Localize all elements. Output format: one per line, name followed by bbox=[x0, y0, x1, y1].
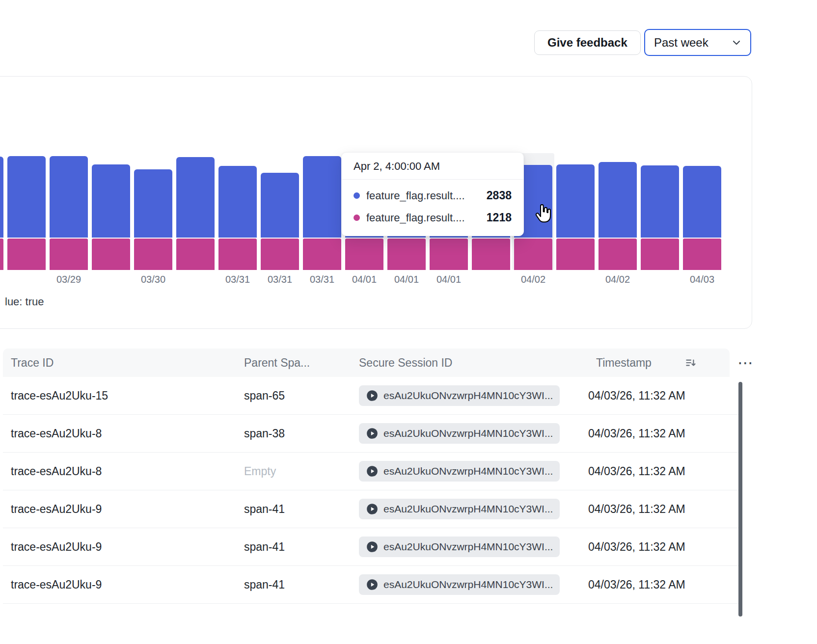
give-feedback-button[interactable]: Give feedback bbox=[534, 30, 641, 55]
bar-segment-blue[interactable] bbox=[0, 157, 3, 238]
bar-segment-pink[interactable] bbox=[261, 239, 299, 270]
bar-segment-pink[interactable] bbox=[514, 239, 552, 270]
bar-segment-pink[interactable] bbox=[387, 239, 426, 270]
column-header-session-id[interactable]: Secure Session ID bbox=[359, 356, 588, 370]
parent-span-value: span-41 bbox=[244, 540, 285, 553]
bar-segment-blue[interactable] bbox=[599, 162, 637, 238]
table-row[interactable]: trace-esAu2Uku-9span-41esAu2UkuONvzwrpH4… bbox=[3, 528, 741, 566]
column-header-parent-span[interactable]: Parent Spa... bbox=[244, 356, 359, 370]
x-axis-label: 03/30 bbox=[132, 274, 174, 285]
table-body: trace-esAu2Uku-15span-65esAu2UkuONvzwrpH… bbox=[3, 377, 751, 604]
parent-span-cell: span-41 bbox=[244, 503, 359, 516]
session-cell: esAu2UkuONvzwrpH4MN10cY3WI... bbox=[359, 423, 588, 444]
parent-span-cell: span-38 bbox=[244, 427, 359, 440]
series-label: feature_flag.result.... bbox=[366, 189, 465, 202]
bar-segment-blue[interactable] bbox=[303, 156, 341, 238]
bar-segment-pink[interactable] bbox=[683, 239, 721, 270]
bar-segment-blue[interactable] bbox=[218, 166, 257, 238]
series-color-dot bbox=[354, 192, 360, 199]
parent-span-cell: span-65 bbox=[244, 389, 359, 402]
bar-segment-pink[interactable] bbox=[92, 239, 130, 270]
series-value: 1218 bbox=[487, 211, 512, 224]
x-axis-label: 04/01 bbox=[385, 274, 428, 285]
timestamp-cell: 04/03/26, 11:32 AM bbox=[588, 389, 741, 402]
parent-span-cell: span-41 bbox=[244, 578, 359, 591]
bar-segment-blue[interactable] bbox=[641, 165, 679, 238]
tooltip-series-row: feature_flag.result....2838 bbox=[352, 185, 514, 207]
bar-segment-pink[interactable] bbox=[0, 239, 3, 270]
play-icon bbox=[366, 465, 379, 478]
tooltip-title: Apr 2, 4:00:00 AM bbox=[342, 153, 523, 180]
time-range-select[interactable]: Past week bbox=[644, 29, 751, 56]
bar-segment-pink[interactable] bbox=[556, 239, 595, 270]
session-pill[interactable]: esAu2UkuONvzwrpH4MN10cY3WI... bbox=[359, 423, 560, 444]
x-axis-label: 04/02 bbox=[597, 274, 639, 285]
session-pill[interactable]: esAu2UkuONvzwrpH4MN10cY3WI... bbox=[359, 537, 560, 557]
parent-span-value: span-41 bbox=[244, 503, 285, 515]
bar-segment-pink[interactable] bbox=[430, 239, 468, 270]
play-icon bbox=[366, 578, 379, 591]
bar-segment-pink[interactable] bbox=[641, 239, 679, 270]
parent-span-value: span-41 bbox=[244, 578, 285, 591]
chart-tooltip-rows: feature_flag.result....2838feature_flag.… bbox=[342, 180, 523, 236]
more-options-button[interactable]: ⋯ bbox=[735, 354, 756, 373]
parent-span-cell: span-41 bbox=[244, 540, 359, 554]
bar-segment-blue[interactable] bbox=[7, 156, 46, 238]
tooltip-series-row: feature_flag.result....1218 bbox=[352, 207, 514, 229]
x-axis-label: 03/31 bbox=[259, 274, 301, 285]
x-axis-label: 04/02 bbox=[512, 274, 554, 285]
table-row[interactable]: trace-esAu2Uku-15span-65esAu2UkuONvzwrpH… bbox=[3, 377, 741, 415]
bar-segment-blue[interactable] bbox=[683, 166, 721, 238]
bar-segment-blue[interactable] bbox=[134, 169, 172, 238]
bar-segment-blue[interactable] bbox=[92, 164, 130, 238]
bar-segment-pink[interactable] bbox=[345, 239, 383, 270]
bar-segment-pink[interactable] bbox=[134, 239, 172, 270]
play-icon bbox=[366, 389, 379, 402]
bar-segment-pink[interactable] bbox=[218, 239, 257, 270]
table-row[interactable]: trace-esAu2Uku-8span-38esAu2UkuONvzwrpH4… bbox=[3, 415, 741, 453]
bar-segment-blue[interactable] bbox=[556, 164, 595, 238]
bar-segment-pink[interactable] bbox=[599, 239, 637, 270]
session-pill[interactable]: esAu2UkuONvzwrpH4MN10cY3WI... bbox=[359, 574, 560, 595]
session-id-text: esAu2UkuONvzwrpH4MN10cY3WI... bbox=[383, 465, 553, 477]
bar-segment-pink[interactable] bbox=[472, 239, 510, 270]
trace-id-cell: trace-esAu2Uku-9 bbox=[11, 503, 244, 516]
parent-span-value: span-65 bbox=[244, 389, 285, 402]
session-pill[interactable]: esAu2UkuONvzwrpH4MN10cY3WI... bbox=[359, 385, 560, 406]
trace-id-cell: trace-esAu2Uku-9 bbox=[11, 578, 244, 591]
bar-segment-pink[interactable] bbox=[7, 239, 46, 270]
timestamp-cell: 04/03/26, 11:32 AM bbox=[588, 427, 741, 440]
x-axis-label: 03/29 bbox=[48, 274, 90, 285]
table-row[interactable]: trace-esAu2Uku-8EmptyesAu2UkuONvzwrpH4MN… bbox=[3, 453, 741, 490]
session-cell: esAu2UkuONvzwrpH4MN10cY3WI... bbox=[359, 499, 588, 519]
table-row[interactable]: trace-esAu2Uku-9span-41esAu2UkuONvzwrpH4… bbox=[3, 566, 741, 604]
bar-segment-pink[interactable] bbox=[50, 239, 88, 270]
x-axis-label: 04/01 bbox=[343, 274, 385, 285]
spans-table: Trace ID Parent Spa... Secure Session ID… bbox=[3, 349, 751, 604]
scrollbar-thumb[interactable] bbox=[738, 382, 742, 617]
x-axis-label: 04/01 bbox=[428, 274, 470, 285]
bar-segment-pink[interactable] bbox=[303, 239, 341, 270]
series-value: 2838 bbox=[487, 189, 512, 202]
session-id-text: esAu2UkuONvzwrpH4MN10cY3WI... bbox=[383, 579, 553, 590]
table-row[interactable]: trace-esAu2Uku-9span-41esAu2UkuONvzwrpH4… bbox=[3, 490, 741, 528]
parent-span-cell: Empty bbox=[244, 465, 359, 478]
bar-segment-blue[interactable] bbox=[261, 173, 299, 238]
session-pill[interactable]: esAu2UkuONvzwrpH4MN10cY3WI... bbox=[359, 461, 560, 482]
bar-segment-blue[interactable] bbox=[176, 157, 215, 238]
timestamp-cell: 04/03/26, 11:32 AM bbox=[588, 578, 741, 591]
play-icon bbox=[366, 503, 379, 515]
session-pill[interactable]: esAu2UkuONvzwrpH4MN10cY3WI... bbox=[359, 499, 560, 519]
parent-span-empty: Empty bbox=[244, 465, 276, 478]
series-label: feature_flag.result.... bbox=[366, 212, 465, 224]
bar-segment-blue[interactable] bbox=[50, 156, 88, 238]
sort-descending-icon[interactable] bbox=[684, 356, 697, 372]
column-header-timestamp[interactable]: Timestamp bbox=[588, 356, 730, 370]
cursor-pointer-icon bbox=[533, 204, 553, 226]
bar-segment-pink[interactable] bbox=[176, 239, 215, 270]
parent-span-value: span-38 bbox=[244, 427, 285, 440]
column-header-trace-id[interactable]: Trace ID bbox=[11, 356, 244, 370]
x-axis-label: 03/31 bbox=[301, 274, 343, 285]
chart-tooltip: Apr 2, 4:00:00 AM feature_flag.result...… bbox=[341, 152, 524, 236]
timestamp-cell: 04/03/26, 11:32 AM bbox=[588, 465, 741, 478]
